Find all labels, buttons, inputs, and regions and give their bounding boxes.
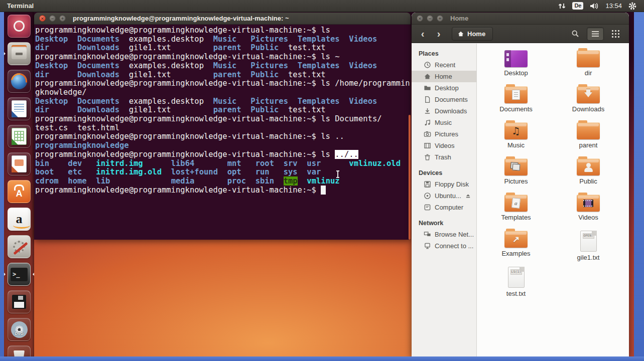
file-label: Templates — [501, 214, 531, 221]
files-file-manager-glyph — [12, 48, 27, 59]
unity-launcher: Aa>_ — [4, 12, 34, 356]
back-button[interactable]: ‹ — [417, 29, 429, 39]
launcher-files-file-manager-icon[interactable] — [8, 42, 31, 65]
film-emblem-icon — [577, 195, 600, 212]
terminal-output[interactable]: programmingknowledge@programmingknowledg… — [34, 25, 411, 240]
launcher-terminal-icon[interactable]: >_ — [8, 263, 31, 286]
terminal-line: programmingknowledge@programmingknowledg… — [35, 132, 411, 141]
file-item-music[interactable]: ♫Music — [480, 121, 552, 157]
launcher-amazon-icon[interactable]: a — [8, 208, 31, 231]
file-item-test-txt[interactable]: LS(1)test.txt — [480, 265, 552, 301]
grid-view-button[interactable] — [607, 27, 624, 41]
file-item-documents[interactable]: Documents — [480, 85, 552, 121]
sidebar-item-label: Pictures — [435, 130, 458, 138]
sidebar-item-floppy-disk[interactable]: Floppy Disk — [412, 178, 476, 190]
network-updown-icon[interactable] — [558, 2, 566, 10]
folder-icon: ↗ — [504, 231, 528, 248]
file-item-desktop[interactable]: Desktop — [480, 49, 552, 85]
launcher-firefox-browser-icon[interactable] — [8, 70, 31, 93]
desktop-icon — [504, 50, 528, 67]
sidebar-item-home[interactable]: Home — [412, 71, 476, 82]
sidebar-item-label: Music — [435, 119, 452, 126]
sidebar-item-documents[interactable]: Documents — [412, 94, 476, 105]
sidebar-item-trash[interactable]: Trash — [412, 151, 476, 163]
launcher-floppy-disk-icon[interactable] — [8, 290, 31, 313]
file-label: Documents — [499, 106, 533, 113]
eject-icon[interactable] — [465, 193, 471, 199]
launcher-ubuntu-dash-icon[interactable] — [8, 15, 31, 38]
terminal-line: programmingknowledge@programmingknowledg… — [35, 186, 411, 195]
file-item-parent[interactable]: parent — [552, 121, 624, 157]
top-menubar: Terminal De 13:54 — [0, 0, 644, 12]
text-file-icon: OPEN! — [580, 231, 597, 252]
sidebar-item-browse-net[interactable]: Browse Net... — [412, 229, 476, 240]
file-label: Public — [579, 178, 597, 185]
toolbar-right — [567, 27, 624, 41]
file-item-gile1-txt[interactable]: OPEN!gile1.txt — [552, 229, 624, 265]
sidebar-item-pictures[interactable]: Pictures — [412, 128, 476, 140]
close-button[interactable]: × — [39, 15, 46, 22]
launcher-libreoffice-writer-icon[interactable] — [8, 97, 31, 120]
terminal-line: programmingknowledge@programmingknowledg… — [35, 53, 411, 62]
file-label: Music — [507, 142, 525, 149]
terminal-titlebar[interactable]: × − + programmingknowledge@programmingkn… — [34, 13, 411, 25]
sidebar-item-connect-to[interactable]: Connect to ... — [412, 240, 476, 252]
sidebar-item-downloads[interactable]: Downloads — [412, 105, 476, 117]
launcher-row — [4, 290, 34, 313]
search-icon[interactable] — [567, 27, 584, 41]
file-item-examples[interactable]: ↗Examples — [480, 229, 552, 265]
sidebar-item-desktop[interactable]: Desktop — [412, 82, 476, 94]
sidebar-item-recent[interactable]: Recent — [412, 59, 476, 71]
breadcrumb-label: Home — [467, 30, 485, 38]
sidebar-item-ubuntu[interactable]: Ubuntu... — [412, 190, 476, 202]
launcher-row — [4, 235, 34, 258]
file-item-templates[interactable]: aTemplates — [480, 193, 552, 229]
keyboard-layout-indicator[interactable]: De — [572, 2, 583, 10]
launcher-trash-icon[interactable] — [8, 345, 31, 356]
disc-icon — [424, 192, 431, 200]
session-gear-icon[interactable] — [628, 2, 637, 11]
file-item-public[interactable]: Public — [552, 157, 624, 193]
note-emblem-icon: ♫ — [504, 122, 528, 139]
launcher-ubuntu-software-center-icon[interactable]: A — [8, 180, 31, 203]
launcher-row — [4, 345, 34, 356]
folder-icon — [577, 195, 600, 212]
forward-button[interactable]: › — [433, 29, 445, 39]
maximize-button[interactable]: + — [437, 15, 443, 22]
files-window: × − + Home ‹ › Home PlacesRecentHomeD — [412, 13, 629, 356]
frame-edge-left — [0, 12, 4, 361]
sidebar-item-music[interactable]: Music — [412, 117, 476, 128]
file-item-pictures[interactable]: Pictures — [480, 157, 552, 193]
launcher-dvd-disc-icon[interactable] — [8, 318, 31, 341]
doc-emblem-icon — [504, 86, 528, 103]
folder-icon — [424, 84, 431, 92]
minimize-button[interactable]: − — [49, 15, 56, 22]
launcher-libreoffice-calc-icon[interactable] — [8, 125, 31, 148]
terminal-line: Desktop Documents examples.desktop Music… — [35, 97, 411, 106]
folder-icon — [577, 86, 600, 103]
file-item-downloads[interactable]: Downloads — [552, 85, 624, 121]
folder-icon — [504, 158, 528, 175]
terminal-line: cdrom home lib media proc sbin tmp vmlin… — [35, 177, 411, 186]
terminal-line: programmingknowledge — [35, 141, 411, 150]
launcher-system-settings-icon[interactable] — [8, 235, 31, 258]
volume-icon[interactable] — [589, 2, 599, 10]
files-titlebar[interactable]: × − + Home — [412, 13, 629, 25]
sidebar-section-header: Devices — [412, 168, 476, 178]
clock[interactable]: 13:54 — [605, 2, 622, 10]
close-button[interactable]: × — [417, 15, 423, 22]
maximize-button[interactable]: + — [59, 15, 66, 22]
list-view-button[interactable] — [587, 27, 604, 41]
terminal-scrollbar[interactable] — [409, 115, 411, 240]
file-item-dir[interactable]: dir — [552, 49, 624, 85]
photo-emblem-icon — [504, 158, 528, 175]
launcher-libreoffice-impress-icon[interactable] — [8, 152, 31, 175]
dvd-disc-glyph — [11, 321, 28, 338]
launcher-row: a — [4, 208, 34, 231]
minimize-button[interactable]: − — [427, 15, 433, 22]
breadcrumb[interactable]: Home — [452, 27, 493, 41]
file-item-videos[interactable]: Videos — [552, 193, 624, 229]
sidebar-item-computer[interactable]: Computer — [412, 202, 476, 213]
sidebar-item-videos[interactable]: Videos — [412, 140, 476, 151]
terminal-line: programmingknowledge@programmingknowledg… — [35, 79, 411, 88]
